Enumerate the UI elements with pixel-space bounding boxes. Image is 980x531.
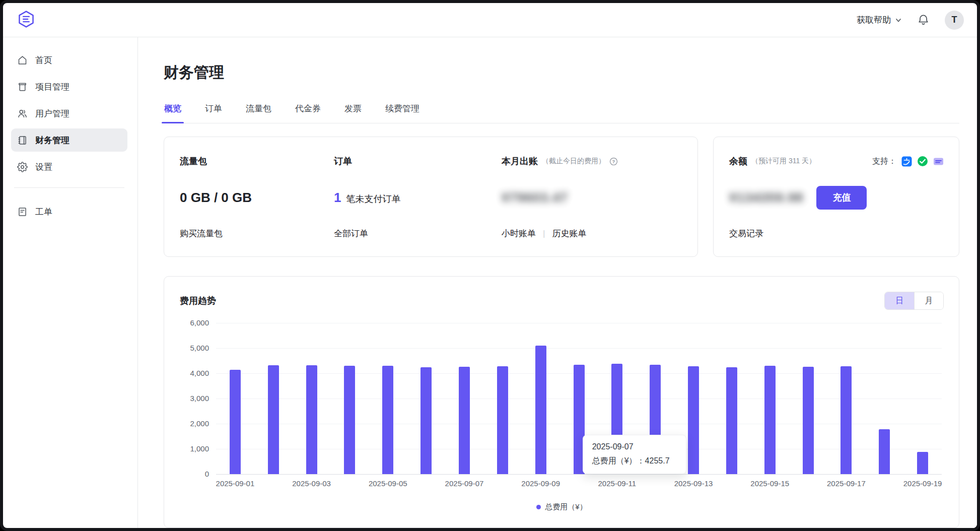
sidebar-item-tickets[interactable]: 工单 bbox=[11, 200, 127, 223]
toggle-month[interactable]: 月 bbox=[914, 292, 943, 309]
sidebar-item-finance[interactable]: 财务管理 bbox=[11, 128, 127, 152]
toggle-day[interactable]: 日 bbox=[885, 292, 914, 309]
home-icon bbox=[17, 55, 28, 65]
chart-bar[interactable] bbox=[917, 452, 928, 474]
chevron-down-icon bbox=[895, 17, 902, 24]
orders-label: 订单 bbox=[334, 155, 502, 167]
sidebar-item-label: 用户管理 bbox=[35, 108, 69, 119]
sidebar-item-projects[interactable]: 项目管理 bbox=[11, 75, 127, 98]
y-axis-tick: 1,000 bbox=[180, 444, 209, 453]
monthly-billing-masked-value: ¥79603.47 bbox=[502, 190, 682, 206]
balance-card: 余额 （预计可用 311 天） 支持： bbox=[713, 137, 959, 257]
chart-bar[interactable] bbox=[459, 367, 470, 474]
chart-bar[interactable] bbox=[726, 367, 737, 475]
x-axis-tick: 2025-09-17 bbox=[827, 479, 866, 488]
traffic-section: 流量包 0 GB / 0 GB 购买流量包 bbox=[164, 155, 334, 239]
monthly-billing-section: 本月出账 （截止今日的费用） ? ¥79603.47 小时账单 | 历史账单 bbox=[502, 155, 697, 239]
chart-bar[interactable] bbox=[306, 365, 317, 474]
traffic-value: 0 GB / 0 GB bbox=[180, 190, 334, 206]
chart-bar[interactable] bbox=[382, 366, 393, 475]
chart-bar[interactable] bbox=[268, 365, 279, 474]
chart-bar[interactable] bbox=[497, 366, 508, 475]
history-bill-link[interactable]: 历史账单 bbox=[552, 228, 586, 239]
gridline bbox=[216, 474, 942, 475]
sidebar-item-label: 设置 bbox=[35, 161, 52, 173]
y-axis-tick: 0 bbox=[180, 470, 209, 478]
wechat-pay-icon bbox=[917, 156, 928, 167]
chart-area: 2025-09-07 总费用（¥）：4255.7 2025-09-012025-… bbox=[180, 323, 944, 496]
chart-tooltip: 2025-09-07 总费用（¥）：4255.7 bbox=[583, 435, 686, 474]
topbar: 获取帮助 T bbox=[3, 3, 977, 37]
notification-bell-icon[interactable] bbox=[917, 14, 930, 26]
unpaid-count-suffix: 笔未支付订单 bbox=[346, 194, 400, 204]
summary-card: 流量包 0 GB / 0 GB 购买流量包 订单 1笔未支付订单 全部订单 本 bbox=[164, 137, 698, 257]
monthly-billing-label: 本月出账 （截止今日的费用） ? bbox=[502, 155, 682, 167]
x-axis-tick: 2025-09-11 bbox=[598, 479, 637, 488]
y-axis-tick: 6,000 bbox=[180, 318, 209, 327]
chart-bar[interactable] bbox=[764, 366, 776, 474]
sidebar-divider bbox=[14, 187, 124, 188]
tab-traffic-packages[interactable]: 流量包 bbox=[245, 103, 272, 123]
monthly-billing-title: 本月出账 bbox=[502, 155, 538, 167]
orders-value: 1笔未支付订单 bbox=[334, 190, 502, 206]
tab-renewal[interactable]: 续费管理 bbox=[385, 103, 420, 123]
chart-bar[interactable] bbox=[841, 366, 852, 475]
payment-support: 支持： bbox=[872, 156, 944, 167]
sidebar-item-home[interactable]: 首页 bbox=[11, 48, 127, 72]
sidebar-item-label: 财务管理 bbox=[35, 135, 69, 146]
y-axis-tick: 4,000 bbox=[180, 369, 209, 377]
app-logo-icon[interactable] bbox=[17, 10, 35, 30]
project-box-icon bbox=[17, 82, 28, 92]
chart-bar[interactable] bbox=[535, 346, 546, 474]
legend-dot bbox=[536, 505, 541, 509]
tab-bar: 概览 订单 流量包 代金券 发票 续费管理 bbox=[164, 103, 959, 123]
chart-title: 费用趋势 bbox=[180, 295, 216, 307]
all-orders-link[interactable]: 全部订单 bbox=[334, 228, 502, 239]
orders-section: 订单 1笔未支付订单 全部订单 bbox=[334, 155, 502, 239]
y-axis-tick: 5,000 bbox=[180, 344, 209, 352]
legend-label: 总费用（¥） bbox=[545, 502, 587, 512]
traffic-label: 流量包 bbox=[180, 155, 334, 167]
sidebar-item-label: 首页 bbox=[35, 54, 52, 66]
chart-bar[interactable] bbox=[230, 370, 241, 474]
help-menu[interactable]: 获取帮助 bbox=[857, 14, 902, 26]
x-axis-tick: 2025-09-05 bbox=[369, 479, 407, 488]
chart-bar[interactable] bbox=[688, 366, 699, 475]
tooltip-value: 总费用（¥）：4255.7 bbox=[592, 456, 677, 467]
help-circle-icon[interactable]: ? bbox=[609, 157, 618, 166]
ticket-doc-icon bbox=[17, 207, 28, 217]
balance-note: （预计可用 311 天） bbox=[751, 157, 816, 166]
balance-label: 余额 （预计可用 311 天） bbox=[729, 155, 816, 167]
gridline bbox=[216, 323, 942, 323]
x-axis-tick: 2025-09-19 bbox=[903, 479, 942, 488]
cost-trend-card: 费用趋势 日 月 2025-09-07 总费用（¥）：4255.7 2025-0… bbox=[164, 276, 959, 528]
balance-title: 余额 bbox=[729, 155, 747, 167]
sidebar-item-settings[interactable]: 设置 bbox=[11, 155, 127, 178]
sidebar-item-users[interactable]: 用户管理 bbox=[11, 102, 127, 125]
tab-orders[interactable]: 订单 bbox=[204, 103, 223, 123]
link-separator: | bbox=[543, 229, 545, 239]
tab-vouchers[interactable]: 代金券 bbox=[295, 103, 321, 123]
gridline bbox=[216, 348, 942, 349]
svg-text:?: ? bbox=[612, 158, 615, 164]
chart-bar[interactable] bbox=[879, 429, 890, 474]
tooltip-date: 2025-09-07 bbox=[592, 442, 677, 451]
page-title: 财务管理 bbox=[164, 63, 959, 82]
x-axis-tick: 2025-09-09 bbox=[521, 479, 560, 488]
hourly-bill-link[interactable]: 小时账单 bbox=[502, 228, 536, 239]
transaction-history-link[interactable]: 交易记录 bbox=[729, 228, 944, 239]
main-content: 财务管理 概览 订单 流量包 代金券 发票 续费管理 流量包 0 GB / 0 … bbox=[138, 37, 977, 528]
buy-traffic-link[interactable]: 购买流量包 bbox=[180, 228, 334, 239]
chart-bar[interactable] bbox=[344, 366, 355, 474]
x-axis-tick: 2025-09-07 bbox=[445, 479, 484, 488]
tab-overview[interactable]: 概览 bbox=[164, 103, 182, 123]
ledger-icon bbox=[17, 135, 28, 146]
tab-invoices[interactable]: 发票 bbox=[344, 103, 362, 123]
sidebar-item-label: 工单 bbox=[35, 206, 52, 218]
chart-bar[interactable] bbox=[803, 367, 814, 474]
chart-legend: 总费用（¥） bbox=[180, 502, 944, 512]
monthly-billing-note: （截止今日的费用） bbox=[542, 157, 605, 166]
chart-bar[interactable] bbox=[421, 367, 432, 475]
avatar[interactable]: T bbox=[945, 11, 964, 30]
recharge-button[interactable]: 充值 bbox=[816, 186, 867, 210]
